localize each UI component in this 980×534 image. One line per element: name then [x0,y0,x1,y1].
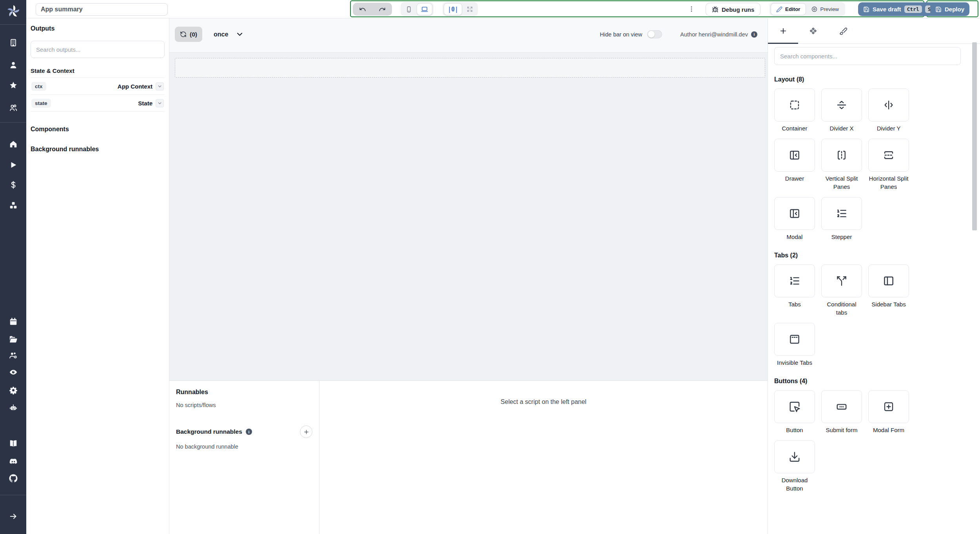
component-card-divider-y[interactable] [868,89,909,121]
sidebar-item-home[interactable] [0,140,26,148]
tab-insert-component[interactable] [768,18,798,43]
runnables-list-pane: Runnables No scripts/flows Background ru… [169,381,319,534]
users-cog-icon [9,351,18,360]
sidebar-item-gear[interactable] [0,386,26,395]
sidebar-item-github[interactable] [0,474,26,483]
runnables-title: Runnables [176,389,312,396]
component-cell: Submit form [821,390,862,434]
star-icon [9,81,18,90]
component-card-invisible-tabs[interactable] [774,323,815,356]
sidebar-item-play[interactable] [0,161,26,169]
component-cell: Tabs [774,264,815,317]
add-background-runnable-button[interactable] [300,425,312,438]
output-key-badge: state [31,99,51,108]
sidebar-item-calendar[interactable] [0,317,26,326]
debug-runs-button[interactable]: Debug runs [706,3,760,16]
more-menu-button[interactable] [687,4,696,14]
sidebar-item-star[interactable] [0,81,26,90]
component-label: Horizontal Split Panes [868,174,909,191]
mobile-view-button[interactable] [402,3,416,15]
save-draft-button[interactable]: Save draft Ctrl S [858,2,939,16]
kebab-icon [688,5,695,13]
sidebar-item-users[interactable] [0,103,26,112]
bug-icon [712,6,719,13]
component-card-download-button[interactable] [774,440,815,473]
preview-tab-button[interactable]: Preview [806,3,844,15]
component-cell: Divider Y [868,89,909,132]
component-card-stepper[interactable] [821,197,862,230]
components-panel: Layout (8)ContainerDivider XDivider YDra… [768,18,980,534]
app-summary-input[interactable] [36,3,168,16]
boxes-icon [9,201,18,210]
scrollbar-thumb[interactable] [972,42,977,230]
component-card-drawer[interactable] [774,139,815,172]
divider-x-icon [836,99,848,111]
component-card-divider-x[interactable] [821,89,862,121]
app-canvas[interactable] [169,52,768,380]
chevron-down-icon [236,31,243,38]
sidebar-divider [0,122,26,123]
sidebar-item-discord[interactable] [0,457,26,466]
desktop-view-button[interactable] [417,3,432,15]
expand-output-button[interactable] [156,99,164,107]
author-label: Author henri@windmill.dev [680,31,748,38]
info-icon[interactable]: i [246,429,252,435]
component-section-title: Buttons (4) [774,378,974,385]
sidebar-item-robot[interactable] [0,404,26,412]
sidebar-item-user[interactable] [0,61,26,69]
center-align-button[interactable]: |0| [444,3,462,15]
component-card-tabs[interactable] [774,264,815,297]
sidebar-item-users-cog[interactable] [0,351,26,360]
sidebar-item-windmill-logo[interactable] [0,4,26,19]
component-section-title: Layout (8) [774,76,974,83]
invisible-tabs-icon [789,333,800,345]
tab-global-styling[interactable] [828,18,858,43]
redo-button[interactable] [372,3,392,16]
deploy-button[interactable]: Deploy [930,2,969,16]
robot-icon [9,404,18,412]
undo-button[interactable] [353,3,372,16]
component-card-modal[interactable] [774,197,815,230]
drawer-icon [789,208,800,219]
component-card-container[interactable] [774,89,815,121]
sidebar-item-boxes[interactable] [0,201,26,210]
search-components-input[interactable] [774,47,961,65]
sidebar-item-eye[interactable] [0,368,26,377]
component-card-conditional-tabs[interactable] [821,264,862,297]
refresh-mode-dropdown[interactable]: once [214,27,243,42]
component-label: Download Button [774,476,815,492]
runnables-panel: Runnables No scripts/flows Background ru… [169,380,768,534]
component-label: Container [782,124,807,132]
windmill-logo-icon [6,4,21,19]
sidebar-item-dollar[interactable] [0,181,26,189]
component-label: Invisible Tabs [777,358,812,367]
component-card-sidebar-tabs[interactable] [868,264,909,297]
expand-output-button[interactable] [156,82,164,91]
component-card-modal-form[interactable] [868,390,909,423]
undo-redo-group [353,3,392,16]
editor-tab-button[interactable]: Editor [771,3,806,15]
sidebar-item-arrow-right[interactable] [0,512,26,521]
component-card-vertical-split-panes[interactable] [821,139,862,172]
state-context-rows: ctxApp ContextstateState [31,78,165,112]
github-icon [9,474,18,483]
component-card-horizontal-split-panes[interactable] [868,139,909,172]
folder-open-icon [9,335,18,344]
search-outputs-input[interactable] [31,41,165,58]
component-card-submit-form[interactable] [821,390,862,423]
sidebar-item-book[interactable] [0,439,26,448]
editor-label: Editor [785,6,800,12]
plus-icon [779,27,787,35]
center-align-label: |0| [448,6,458,13]
script-editor-pane: Select a script on the left panel [319,381,768,534]
hide-bar-toggle[interactable] [647,30,662,38]
sidebar-item-building[interactable] [0,38,26,47]
sidebar-item-folder-open[interactable] [0,335,26,344]
refresh-button[interactable]: (0) [175,27,202,42]
tab-component-settings[interactable] [798,18,828,43]
fullscreen-button[interactable] [463,3,477,15]
play-icon [9,161,18,169]
info-icon[interactable]: i [751,31,757,38]
empty-grid-row-placeholder[interactable] [175,58,765,78]
component-card-button[interactable] [774,390,815,423]
